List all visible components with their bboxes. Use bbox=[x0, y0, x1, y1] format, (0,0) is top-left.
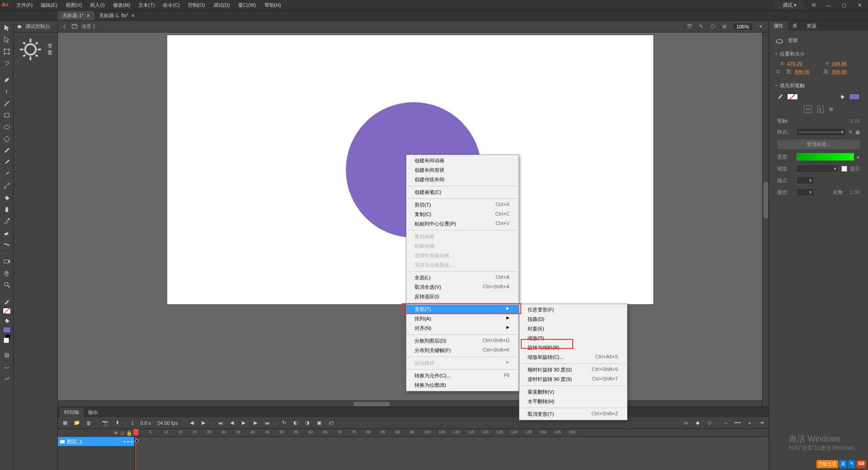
tab-assets[interactable]: 资源 bbox=[802, 21, 821, 31]
pencil-tool[interactable] bbox=[1, 145, 12, 156]
tab-library[interactable]: 库 bbox=[788, 21, 802, 31]
cm-align[interactable]: 对齐(N) bbox=[406, 324, 519, 333]
zoom-out-timeline-icon[interactable]: − bbox=[722, 418, 731, 428]
align-stroke-icon[interactable]: ⫿ bbox=[817, 106, 824, 113]
free-transform-tool[interactable] bbox=[1, 46, 12, 57]
sm-remove-transform[interactable]: 取消变形(T)Ctrl+Shift+Z bbox=[519, 409, 627, 419]
cap-dropdown[interactable] bbox=[796, 176, 814, 184]
sm-rotate-skew[interactable]: 旋转与倾斜(R) bbox=[519, 343, 627, 352]
maximize-button[interactable]: ▢ bbox=[837, 1, 851, 10]
width-tool[interactable] bbox=[1, 239, 12, 250]
play-icon[interactable]: ▶ bbox=[239, 418, 248, 428]
prop-x[interactable]: 470.20 bbox=[787, 61, 816, 66]
bone-tool[interactable] bbox=[1, 180, 12, 191]
section-fill-stroke[interactable]: 填充和笔触 bbox=[773, 80, 864, 91]
zoom-in-timeline-icon[interactable]: + bbox=[745, 418, 754, 428]
menu-help[interactable]: 帮助(H) bbox=[261, 0, 285, 10]
fit-icon[interactable]: ⊞ bbox=[721, 23, 729, 31]
sm-scale[interactable]: 缩放(S) bbox=[519, 334, 627, 343]
menu-window[interactable]: 窗口(W) bbox=[235, 0, 260, 10]
brush-tool[interactable] bbox=[1, 157, 12, 168]
sm-rotate-cw[interactable]: 顺时针旋转 90 度(0)Ctrl+Shift+9 bbox=[519, 365, 627, 375]
menu-edit[interactable]: 编辑(E) bbox=[37, 0, 61, 10]
rectangle-tool[interactable] bbox=[1, 110, 12, 121]
sm-flip-vertical[interactable]: 垂直翻转(V) bbox=[519, 387, 627, 397]
tab-properties[interactable]: 属性 bbox=[769, 21, 788, 31]
close-button[interactable]: ✕ bbox=[853, 1, 866, 10]
close-icon[interactable]: ✕ bbox=[131, 13, 135, 18]
goto-start-icon[interactable]: ◀ bbox=[187, 418, 196, 428]
layer-name[interactable]: 图层_1 bbox=[67, 438, 82, 445]
ime-lang-badge[interactable]: 英 bbox=[839, 460, 847, 468]
stroke-swatch[interactable] bbox=[787, 94, 798, 100]
layer-row[interactable]: 图层_1 ••• bbox=[58, 437, 134, 446]
ime-keyboard-badge[interactable]: ⌨ bbox=[856, 460, 866, 468]
insert-frame-icon[interactable]: ▭ bbox=[681, 418, 690, 428]
cm-create-motion-tween[interactable]: 创建补间动画 bbox=[406, 156, 519, 165]
new-folder-icon[interactable]: 📁 bbox=[72, 418, 81, 428]
clip-icon[interactable]: 🎬 bbox=[685, 23, 693, 31]
marker-icon[interactable]: 🏷 bbox=[326, 418, 335, 428]
eraser-tool[interactable] bbox=[1, 227, 12, 238]
prop-height[interactable]: 309.00 bbox=[832, 69, 861, 75]
cm-deselect-all[interactable]: 取消全选(V)Ctrl+Shift+A bbox=[406, 282, 519, 292]
prop-width[interactable]: 309.00 bbox=[794, 69, 816, 75]
cm-transform[interactable]: 变形(T) bbox=[406, 305, 519, 314]
ime-indicator[interactable]: 万能五笔 英 ✎ ⌨ bbox=[816, 460, 866, 468]
cm-copy[interactable]: 复制(C)Ctrl+C bbox=[406, 210, 519, 219]
sync-icon[interactable]: ⟲ bbox=[807, 1, 820, 10]
scroll-to-playhead-icon[interactable]: ⇥ bbox=[757, 418, 766, 428]
cm-arrange[interactable]: 排列(A) bbox=[406, 314, 519, 324]
cm-create-shape-tween[interactable]: 创建补间形状 bbox=[406, 165, 519, 175]
fill-color-swatch[interactable] bbox=[3, 327, 11, 333]
sm-free-transform[interactable]: 任意变形(F) bbox=[519, 305, 627, 315]
fill-swatch[interactable] bbox=[849, 94, 860, 100]
menu-text[interactable]: 文本(T) bbox=[135, 0, 158, 10]
onion-skin-icon[interactable]: ◐ bbox=[291, 418, 300, 428]
width-options-icon[interactable]: ▸ bbox=[857, 154, 860, 160]
sm-scale-rotate[interactable]: 缩放和旋转(C)...Ctrl+Alt+S bbox=[519, 352, 627, 362]
insert-blank-keyframe-icon[interactable]: ◇ bbox=[705, 418, 714, 428]
back-icon[interactable] bbox=[61, 24, 68, 30]
menu-modify[interactable]: 修改(M) bbox=[109, 0, 134, 10]
document-tab-1[interactable]: 无标题-1*✕ bbox=[58, 11, 94, 20]
prop-y[interactable]: 168.85 bbox=[832, 61, 861, 66]
frame-rate[interactable]: 24.00 fps bbox=[156, 420, 179, 426]
scale-dropdown[interactable] bbox=[796, 164, 839, 173]
sm-distort[interactable]: 扭曲(D) bbox=[519, 315, 627, 324]
cm-distribute-layers[interactable]: 分散到图层(D)Ctrl+Shift+D bbox=[406, 336, 519, 346]
text-tool[interactable]: T bbox=[1, 86, 12, 97]
edit-multiple-icon[interactable]: ▣ bbox=[315, 418, 324, 428]
manage-brushes-button[interactable]: 管理画笔... bbox=[777, 140, 860, 149]
sm-rotate-ccw[interactable]: 逆时针旋转 90 度(9)Ctrl+Shift+7 bbox=[519, 375, 627, 384]
link-wh-icon[interactable]: ⧉ bbox=[776, 69, 780, 75]
cm-convert-bitmap[interactable]: 转换为位图(B) bbox=[406, 381, 519, 390]
paint-brush-tool[interactable] bbox=[1, 169, 12, 179]
cm-create-classic-tween[interactable]: 创建传统补间 bbox=[406, 175, 519, 184]
ime-mode-badge[interactable]: ✎ bbox=[848, 460, 855, 468]
swap-fill-stroke-icon[interactable]: ⊞ bbox=[829, 106, 833, 112]
cm-cut[interactable]: 剪切(T)Ctrl+X bbox=[406, 200, 519, 210]
document-tab-2[interactable]: 无标题-1. fla*✕ bbox=[94, 11, 139, 20]
loop-icon[interactable]: ↻ bbox=[279, 418, 288, 428]
menu-command[interactable]: 命令(C) bbox=[159, 0, 183, 10]
line-tool[interactable] bbox=[1, 98, 12, 109]
cm-paste-center[interactable]: 粘贴到中心位置(P)Ctrl+V bbox=[406, 219, 519, 229]
timeline-ruler[interactable]: 1510152025303540455055606570758085909510… bbox=[135, 429, 769, 437]
hinting-checkbox[interactable] bbox=[841, 166, 847, 172]
step-back-icon[interactable]: ▶ bbox=[199, 418, 208, 428]
tab-output[interactable]: 输出 bbox=[84, 408, 103, 417]
straighten-toggle[interactable] bbox=[1, 373, 12, 384]
frames-panel[interactable]: 1510152025303540455055606570758085909510… bbox=[135, 429, 769, 470]
vertical-scrollbar[interactable] bbox=[762, 33, 769, 407]
cm-distribute-keyframes[interactable]: 分布到关键帧(F)Ctrl+Shift+K bbox=[406, 346, 519, 355]
hand-tool[interactable] bbox=[1, 268, 12, 278]
pen-tool[interactable] bbox=[1, 75, 12, 85]
join-dropdown[interactable] bbox=[796, 188, 814, 196]
swap-colors[interactable] bbox=[3, 335, 11, 343]
menu-view[interactable]: 视图(V) bbox=[62, 0, 86, 10]
camera-layer-icon[interactable]: 📷 bbox=[101, 418, 110, 428]
cm-invert-selection[interactable]: 反转选区(I) bbox=[406, 292, 519, 301]
new-layer-icon[interactable]: ▦ bbox=[61, 418, 70, 428]
oval-tool[interactable] bbox=[1, 122, 12, 132]
